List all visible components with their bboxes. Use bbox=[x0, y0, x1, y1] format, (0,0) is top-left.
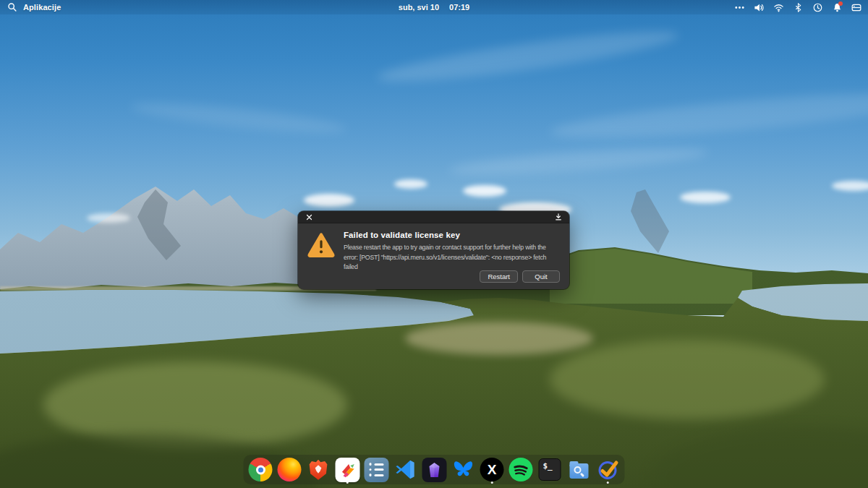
error-dialog: Failed to validate license key Please re… bbox=[298, 211, 569, 289]
tray-icon[interactable] bbox=[851, 1, 862, 13]
grass-patch bbox=[550, 340, 825, 419]
dock-item-spotify[interactable] bbox=[508, 455, 535, 484]
file-search-icon bbox=[566, 458, 591, 482]
planify-icon bbox=[595, 458, 620, 482]
cloud bbox=[394, 179, 427, 189]
dialog-actions: Restart Quit bbox=[480, 270, 560, 283]
desktop[interactable]: Aplikacije sub, svi 10 07:19 bbox=[0, 0, 868, 488]
dock-item-planify[interactable] bbox=[595, 455, 621, 484]
clock[interactable]: sub, svi 10 07:19 bbox=[399, 3, 469, 12]
dock-item-file-search[interactable] bbox=[566, 455, 592, 484]
status-circle-icon[interactable] bbox=[812, 1, 823, 13]
dialog-message: Please restart the app to try again or c… bbox=[344, 243, 559, 273]
dock: X $_ bbox=[244, 455, 625, 484]
dock-item-bluesky[interactable] bbox=[450, 455, 477, 484]
notification-badge bbox=[838, 1, 843, 6]
restart-button[interactable]: Restart bbox=[480, 270, 518, 283]
chrome-icon bbox=[248, 458, 273, 482]
x-twitter-icon: X bbox=[480, 458, 504, 482]
clock-date: sub, svi 10 bbox=[399, 3, 439, 12]
volume-icon[interactable] bbox=[753, 1, 765, 13]
dock-item-chrome[interactable] bbox=[247, 455, 274, 484]
dock-item-terminal[interactable]: $_ bbox=[537, 455, 563, 484]
close-icon[interactable] bbox=[304, 212, 314, 222]
running-indicator bbox=[346, 481, 349, 484]
bluetooth-icon[interactable] bbox=[792, 1, 804, 13]
spotify-icon bbox=[509, 458, 533, 482]
dock-item-obsidian[interactable] bbox=[421, 455, 448, 484]
dock-item-brave[interactable] bbox=[305, 455, 332, 484]
dock-item-x-twitter[interactable]: X bbox=[479, 455, 506, 484]
terminal-icon: $_ bbox=[537, 458, 562, 482]
bluesky-icon bbox=[451, 458, 475, 482]
clock-time: 07:19 bbox=[449, 3, 469, 12]
vscode-icon bbox=[393, 458, 417, 482]
firefox-icon bbox=[277, 458, 302, 482]
more-options-icon[interactable] bbox=[733, 1, 745, 13]
quit-button[interactable]: Quit bbox=[522, 270, 560, 283]
applications-menu[interactable]: Aplikacije bbox=[0, 1, 61, 13]
top-panel: Aplikacije sub, svi 10 07:19 bbox=[0, 0, 868, 14]
system-tray bbox=[733, 1, 868, 13]
dock-item-vscode[interactable] bbox=[392, 455, 419, 484]
wifi-icon[interactable] bbox=[773, 1, 784, 13]
sand-patch bbox=[405, 322, 593, 355]
cloud bbox=[463, 185, 506, 197]
dialog-title: Failed to validate license key bbox=[344, 231, 559, 239]
notifications-icon[interactable] bbox=[831, 1, 843, 13]
dialog-titlebar[interactable] bbox=[298, 211, 569, 223]
cloud bbox=[87, 213, 130, 223]
meru-icon bbox=[335, 458, 359, 482]
obsidian-icon bbox=[422, 458, 446, 482]
applications-menu-label: Aplikacije bbox=[23, 3, 61, 12]
warning-icon bbox=[307, 231, 335, 273]
running-indicator bbox=[490, 481, 493, 484]
settings-sliders-icon bbox=[364, 458, 388, 482]
dock-item-firefox[interactable] bbox=[276, 455, 303, 484]
dock-item-settings-sliders[interactable] bbox=[363, 455, 390, 484]
cloud bbox=[680, 192, 731, 203]
brave-icon bbox=[306, 458, 331, 482]
download-icon[interactable] bbox=[553, 212, 563, 222]
search-icon bbox=[7, 1, 18, 13]
cloud bbox=[304, 194, 354, 207]
dock-item-meru[interactable] bbox=[334, 455, 361, 484]
running-indicator bbox=[606, 481, 609, 484]
